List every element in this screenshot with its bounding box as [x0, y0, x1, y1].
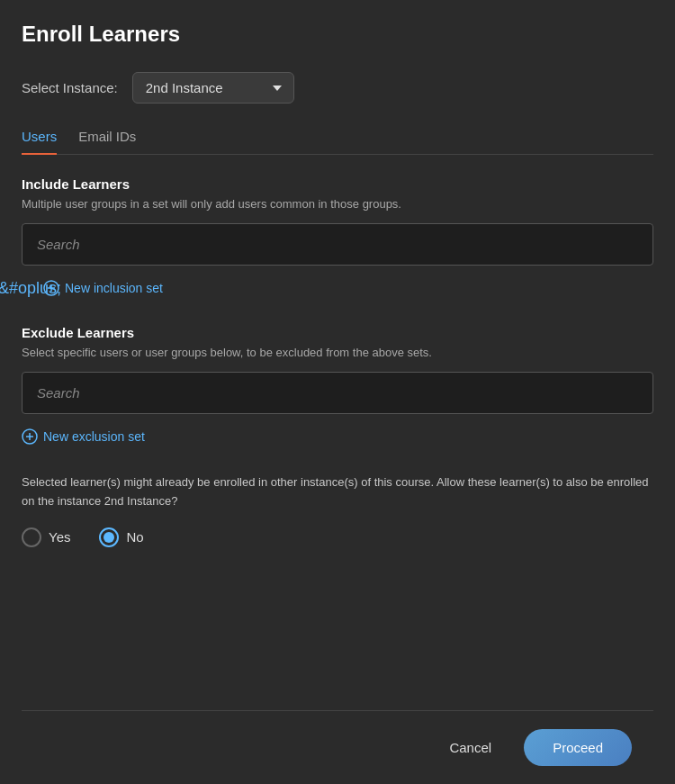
instance-select[interactable]: 1st Instance 2nd Instance 3rd Instance	[132, 72, 294, 104]
tab-email-ids[interactable]: Email IDs	[78, 129, 136, 155]
include-search-input[interactable]	[22, 223, 653, 266]
instance-row: Select Instance: 1st Instance 2nd Instan…	[22, 72, 653, 104]
exclude-section: Exclude Learners Select specific users o…	[22, 325, 653, 466]
exclude-section-title: Exclude Learners	[22, 325, 653, 340]
new-exclusion-set-label: New exclusion set	[43, 429, 145, 444]
new-exclusion-set-button[interactable]: New exclusion set	[22, 428, 653, 445]
radio-row: Yes No	[22, 527, 653, 547]
radio-no-circle[interactable]	[99, 527, 119, 547]
page-title: Enroll Learners	[22, 22, 653, 47]
include-section-desc: Multiple user groups in a set will only …	[22, 197, 653, 211]
new-inclusion-set-button[interactable]: &#oplus; New inclusion set	[22, 280, 653, 296]
footer: Cancel Proceed	[22, 710, 653, 784]
circle-plus-icon	[43, 280, 59, 296]
cancel-button[interactable]: Cancel	[435, 731, 506, 764]
radio-no-label: No	[126, 529, 143, 545]
include-section: Include Learners Multiple user groups in…	[22, 176, 653, 318]
exclude-section-desc: Select specific users or user groups bel…	[22, 346, 653, 359]
tabs-row: Users Email IDs	[22, 129, 653, 155]
circle-plus-icon-2	[22, 428, 38, 445]
notice-text: Selected learner(s) might already be enr…	[22, 473, 653, 511]
plus-icon: &#oplus;	[22, 280, 38, 296]
instance-select-wrapper[interactable]: 1st Instance 2nd Instance 3rd Instance	[132, 72, 294, 104]
radio-yes-circle[interactable]	[22, 527, 41, 547]
modal-container: Enroll Learners Select Instance: 1st Ins…	[0, 0, 675, 784]
exclude-search-input[interactable]	[22, 372, 653, 414]
instance-label: Select Instance:	[22, 80, 118, 95]
radio-yes-label: Yes	[49, 529, 70, 545]
tab-users[interactable]: Users	[22, 129, 57, 155]
new-inclusion-set-label: New inclusion set	[65, 281, 163, 295]
include-section-title: Include Learners	[22, 176, 653, 192]
proceed-button[interactable]: Proceed	[524, 729, 632, 766]
radio-yes[interactable]: Yes	[22, 527, 70, 547]
radio-no[interactable]: No	[99, 527, 143, 547]
